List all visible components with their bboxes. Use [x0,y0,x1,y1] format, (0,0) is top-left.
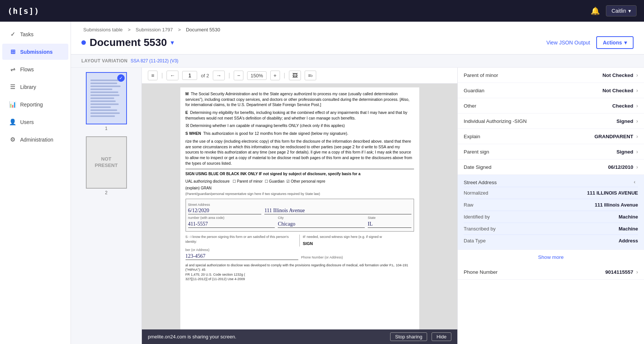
sub-field-name-normalized: Normalized [464,190,587,196]
right-panel: Parent of minor Not Checked Guardian Not… [457,68,644,344]
layout-variation-value[interactable]: SSA 827 (11-2012) (V3) [131,58,178,63]
phone-field: 411-5557 [188,220,275,228]
field-parent-sign[interactable]: Parent sign Signed [458,144,644,159]
main-content: Submissions table > Submission 1797 > Do… [71,22,644,344]
actions-label: Actions [603,40,622,46]
sidebar-label-library: Library [20,84,36,90]
street-field-area: 111 Illinois Avenue [264,207,411,214]
outline-toggle-button[interactable]: ≡ [148,71,158,80]
doc-toolbar: ≡ | ← 1 of 2 → | − 150% + | 🖼 ≡› [142,68,457,84]
prev-page-button[interactable]: ← [167,71,178,80]
sidebar-item-submissions[interactable]: ⊞ Submissions [2,44,68,60]
address2-handwritten: 123-4567 [186,253,206,259]
city-handwritten: Chicago [278,221,295,227]
top-navigation: (h[s]) 🔔 Caitlin ▾ [0,0,644,22]
field-phone-number[interactable]: Phone Number 9014115557 [458,264,644,280]
show-more-link[interactable]: Show more [458,250,644,264]
phone2-field-area: Phone Number (or Address) [301,255,414,260]
doc-para-when: S WHEN This authorization is good for 12… [186,131,414,136]
thumb-item-1[interactable]: ✓ [75,72,137,131]
list-view-button[interactable]: ≡› [305,71,316,80]
document-area: ✓ [71,68,644,344]
sidebar-item-library[interactable]: ☰ Library [2,79,68,95]
breadcrumb-part1[interactable]: Submissions table [83,27,123,32]
form-row-date: Street Address 6/12/2020 111 Illinois Av… [188,202,411,215]
layout-variation-bar: LAYOUT VARIATION SSA 827 (11-2012) (V3) [71,55,644,68]
sidebar-item-reporting[interactable]: 📊 Reporting [2,96,68,112]
thumb-page-1[interactable]: ✓ [86,72,127,124]
chevron-date-signed [636,164,638,170]
field-parent-of-minor[interactable]: Parent of minor Not Checked [458,68,644,83]
app-logo: (h[s]) [7,6,39,16]
field-individual-authorizing[interactable]: Individual Authorizing -SIGN Signed [458,114,644,129]
sub-field-value-normalized: 111 ILLINOIS AVENUE [587,190,638,196]
date-field-area: Street Address 6/12/2020 [188,202,262,215]
thumb-page-2[interactable]: NOTPRESENT [86,136,127,189]
user-name-label: Caitlin [612,8,626,14]
field-date-signed[interactable]: Date Signed 06/12/2010 [458,159,644,175]
witness-sign-row: S - I know the person signing this form … [186,235,414,247]
form-row-phone-city: number (with area code) 411-5557 City [188,216,411,228]
user-menu-button[interactable]: Caitlin ▾ [606,5,637,16]
street-address-expanded-header: Street Address [464,179,638,185]
zoom-out-button[interactable]: − [234,71,243,80]
field-name-phone-number: Phone Number [464,269,605,275]
reporting-icon: 📊 [9,101,16,108]
field-guardian[interactable]: Guardian Not Checked [458,83,644,98]
doc-sign-section: SIGN USING BLUE OR BLACK INK ONLY IF not… [186,169,414,282]
field-value-explain: GRANDPARENT [594,134,633,139]
page-number-input[interactable]: 1 [182,71,197,80]
administration-icon: ⚙ [9,136,16,143]
sidebar-item-tasks[interactable]: ✓ Tasks [2,26,68,42]
sidebar-label-users: Users [20,119,34,125]
header-actions: View JSON Output Actions ▾ [546,36,634,49]
breadcrumb-sep1: > [128,27,132,32]
breadcrumb-sep2: > [178,27,182,32]
image-view-button[interactable]: 🖼 [289,71,301,80]
zoom-in-button[interactable]: + [270,71,280,80]
sidebar-item-users[interactable]: 👤 Users [2,114,68,130]
thumb-lines [90,80,122,117]
view-json-link[interactable]: View JSON Output [546,40,590,46]
field-other[interactable]: Other Checked [458,98,644,114]
actions-arrow-icon: ▾ [624,40,627,46]
sub-field-value-identified-by: Machine [619,214,638,220]
field-explain[interactable]: Explain GRANDPARENT [458,129,644,144]
banner-actions: Stop sharing Hide [390,332,451,341]
ind-auth-label: UAL authorizing disclosure [186,179,230,184]
sub-field-raw: Raw 111 Illinois Avenue [464,199,638,209]
title-left: Document 5530 ▾ [81,37,174,49]
doc-para-m: M The Social Security Administration and… [186,91,414,108]
sidebar: ✓ Tasks ⊞ Submissions ⇌ Flows ☰ Library … [0,22,71,344]
title-dropdown-arrow[interactable]: ▾ [171,38,174,47]
sidebar-label-tasks: Tasks [20,31,34,37]
hide-banner-button[interactable]: Hide [432,332,451,341]
city-field-area: City Chicago [278,216,365,228]
field-value-parent-of-minor: Not Checked [603,72,634,78]
street-field: 111 Illinois Avenue [264,207,411,214]
sub-field-value-data-type: Address [619,238,638,244]
field-name-parent-sign: Parent sign [464,149,616,155]
sub-field-transcribed-by: Transcribed by Machine [464,223,638,233]
actions-button[interactable]: Actions ▾ [596,36,634,49]
footer2: FR 1,475; 20 U.S. Code section 1232g ( [186,272,414,277]
toolbar-sep-2: | [228,72,230,79]
field-street-address[interactable]: Street Address Normalized 111 ILLINOIS A… [458,175,644,250]
doc-page-inner: M The Social Security Administration and… [180,87,419,288]
stop-sharing-button[interactable]: Stop sharing [390,332,427,341]
sub-field-value-raw: 111 Illinois Avenue [595,202,638,208]
street-handwritten: 111 Illinois Avenue [264,208,305,213]
screen-share-message: pmelite.on24.com is sharing your screen. [148,334,236,340]
notification-bell-icon[interactable]: 🔔 [591,6,600,15]
thumb-item-2[interactable]: NOTPRESENT 2 [75,136,137,195]
state-field-area: State IL [368,216,411,228]
sidebar-item-administration[interactable]: ⚙ Administration [2,131,68,148]
sidebar-item-flows[interactable]: ⇌ Flows [2,61,68,77]
sidebar-label-reporting: Reporting [20,102,43,108]
next-page-button[interactable]: → [213,71,225,80]
breadcrumb-part2[interactable]: Submission 1797 [136,27,173,32]
tasks-icon: ✓ [9,31,16,38]
footer1: al and special authorization to disclose… [186,263,414,272]
page-of-label: of 2 [201,73,209,78]
chevron-street-address [633,180,639,185]
